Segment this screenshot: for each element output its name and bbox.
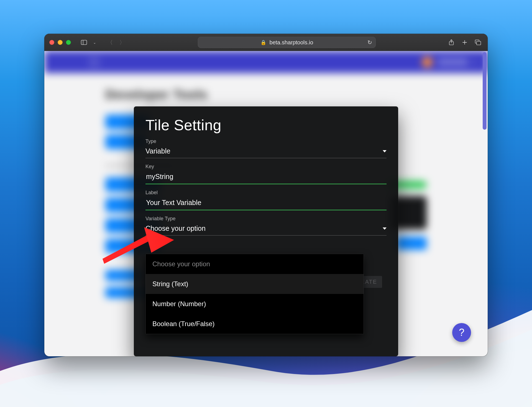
field-type: Type Variable (145, 139, 387, 158)
field-type-label: Type (145, 139, 387, 144)
field-key: Key (145, 164, 387, 184)
field-variable-type-select[interactable]: Choose your option (145, 223, 387, 236)
dropdown-option-boolean[interactable]: Boolean (True/False) (146, 314, 364, 334)
chevron-down-icon (383, 150, 387, 152)
tile-setting-modal: Tile Setting Type Variable Key (134, 106, 398, 356)
window-zoom-button[interactable] (66, 40, 71, 45)
field-type-value: Variable (145, 147, 170, 155)
dropdown-option-placeholder[interactable]: Choose your option (146, 254, 364, 274)
field-label-input-wrap (145, 197, 387, 210)
browser-toolbar: ⌄ 〈 〉 🔒 beta.sharptools.io ↻ (44, 34, 488, 51)
field-key-input-wrap (145, 171, 387, 184)
field-variable-type-label: Variable Type (145, 216, 387, 222)
background-page-title: Developer Tools (105, 87, 427, 102)
modal-title: Tile Setting (145, 116, 387, 134)
browser-viewport: ▾ Developer Tools ──────────── (44, 51, 488, 356)
chevron-down-icon (383, 227, 387, 230)
field-label: Label (145, 190, 387, 210)
svg-rect-0 (81, 40, 87, 45)
share-button[interactable] (447, 38, 456, 47)
help-fab-label: ? (459, 327, 464, 338)
variable-type-dropdown: Choose your option String (Text) Number … (145, 254, 364, 334)
nav-back-button[interactable]: 〈 (105, 38, 115, 47)
field-type-select[interactable]: Variable (145, 146, 387, 158)
window-controls (49, 40, 71, 45)
lock-icon: 🔒 (260, 40, 266, 45)
help-fab[interactable]: ? (452, 323, 471, 342)
field-variable-type: Variable Type Choose your option (145, 216, 387, 236)
svg-rect-4 (477, 41, 481, 45)
field-key-label: Key (145, 164, 387, 170)
window-minimize-button[interactable] (58, 40, 63, 45)
nav-forward-button[interactable]: 〉 (117, 38, 127, 47)
new-tab-button[interactable] (460, 38, 469, 47)
browser-window: ⌄ 〈 〉 🔒 beta.sharptools.io ↻ (44, 34, 488, 356)
sidebar-menu-caret[interactable]: ⌄ (90, 38, 99, 47)
address-bar[interactable]: 🔒 beta.sharptools.io ↻ (198, 37, 376, 48)
dropdown-option-number[interactable]: Number (Number) (146, 294, 364, 314)
dropdown-option-string[interactable]: String (Text) (146, 274, 364, 294)
field-label-input[interactable] (145, 198, 387, 207)
window-close-button[interactable] (49, 40, 54, 45)
reload-button[interactable]: ↻ (367, 39, 372, 46)
tab-overview-button[interactable] (473, 38, 483, 47)
address-bar-domain: beta.sharptools.io (270, 39, 313, 46)
field-key-input[interactable] (145, 172, 387, 181)
sidebar-toggle-button[interactable] (78, 38, 90, 47)
field-label-label: Label (145, 190, 387, 196)
field-variable-type-value: Choose your option (145, 224, 206, 232)
